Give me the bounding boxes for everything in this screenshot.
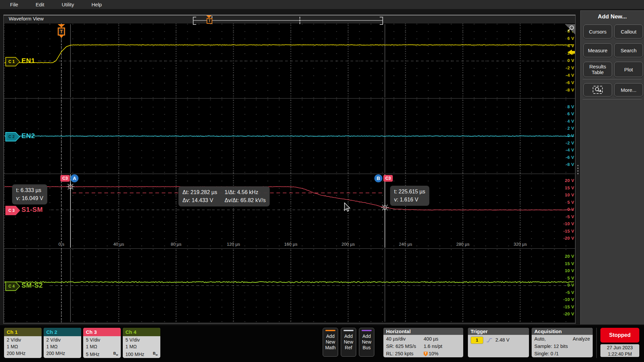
button-label: Callout — [621, 29, 637, 35]
sample-rate: SR: 625 MS/s — [386, 343, 424, 350]
channel-2-card-title: Ch 2 — [44, 328, 81, 336]
trigger-level: 2.48 V — [495, 337, 509, 343]
sidebar-divider — [583, 79, 642, 79]
status-bar: Ch 1 2 V/div 1 MΩ 200 MHz Ch 2 2 V/div 1… — [0, 325, 644, 362]
add-cursors-button[interactable]: Cursors — [583, 24, 612, 39]
button-label: Search — [621, 48, 637, 53]
overview-trigger-icon-label: T — [207, 18, 212, 24]
impedance: 1 MΩ — [7, 343, 39, 350]
channel-4-card[interactable]: Ch 4 5 V/div 1 MΩ 100 MHz Bw — [123, 328, 160, 358]
menu-help[interactable]: Help — [92, 2, 102, 7]
channel-3-card[interactable]: Ch 3 5 V/div 1 MΩ 5 MHz Bw — [83, 328, 121, 358]
add-new-math-button[interactable]: AddNewMath — [323, 328, 338, 357]
channel-2-card[interactable]: Ch 2 2 V/div 1 MΩ 200 MHz — [44, 328, 81, 358]
trigger-title: Trigger — [468, 328, 529, 335]
cursor-b-crosshair-icon[interactable] — [382, 209, 383, 210]
add-search-button[interactable]: Search — [614, 43, 643, 57]
overview-cursor-mark — [300, 17, 300, 24]
impedance: 1 MΩ — [46, 343, 78, 350]
add-plot-button[interactable]: Plot — [614, 62, 643, 77]
channel-1-card[interactable]: Ch 1 2 V/div 1 MΩ 200 MHz — [4, 328, 42, 358]
cursor-b-crosshair-icon[interactable] — [382, 205, 383, 206]
bandwidth: 5 MHz — [86, 351, 99, 358]
add-callout-button[interactable]: Callout — [614, 24, 643, 39]
cursor-a-crosshair-icon[interactable] — [68, 188, 69, 189]
add-new-sidebar: Add New... Cursors Callout Measure Searc… — [580, 10, 644, 324]
bandwidth: 200 MHz — [7, 350, 25, 357]
acq-sample-bits: Sample: 12 bits — [534, 343, 590, 350]
acq-single-count: Single: 0 /1 — [534, 350, 590, 357]
bandwidth: 100 MHz — [125, 351, 144, 358]
horizontal-card[interactable]: Horizontal 40 µs/div400 µs SR: 625 MS/s1… — [383, 328, 463, 357]
trigger-source-badge: 1 — [471, 337, 483, 344]
acquisition-title: Acquisition — [532, 328, 593, 335]
zoom-select-icon — [593, 86, 603, 94]
bus-accent — [362, 330, 372, 331]
menu-file[interactable]: File — [10, 2, 18, 7]
menu-utility[interactable]: Utility — [62, 2, 74, 7]
rising-edge-icon — [486, 338, 493, 343]
button-label: Results Table — [584, 64, 612, 75]
sidebar-title: Add New... — [581, 13, 644, 20]
panel-splitter-handle[interactable] — [577, 170, 579, 172]
add-new-ref-button[interactable]: AddNewRef — [341, 328, 356, 357]
scale: 2 V/div — [7, 337, 39, 343]
panel-splitter-handle[interactable] — [577, 173, 579, 174]
trigger-card[interactable]: Trigger 1 2.48 V — [468, 328, 529, 357]
overview-trigger-icon[interactable] — [206, 15, 212, 18]
cursor-b-crosshair-icon[interactable] — [387, 205, 388, 206]
add-new-bus-button[interactable]: AddNewBus — [359, 328, 374, 357]
time-per-div: 40 µs/div — [386, 335, 424, 343]
sample-period: 1.6 ns/pt — [424, 343, 461, 350]
window-span: 400 µs — [424, 335, 461, 343]
panel-title: Waveform View — [9, 16, 44, 21]
menu-bar: File Edit Utility Help — [0, 0, 644, 9]
ref-accent — [343, 330, 354, 331]
button-label: Measure — [588, 48, 607, 53]
button-label: More... — [621, 87, 637, 93]
date: 27 Jun 2023 — [600, 345, 639, 351]
cursor-a-crosshair-icon[interactable] — [72, 188, 73, 189]
button-label: Cursors — [589, 29, 607, 35]
acq-mode: Auto, — [534, 335, 546, 343]
cursor-b-crosshair-icon[interactable] — [383, 206, 387, 209]
cursor-a-crosshair-icon[interactable] — [72, 184, 73, 185]
mouse-pointer — [344, 202, 352, 213]
impedance: 1 MΩ — [125, 343, 158, 350]
menu-edit[interactable]: Edit — [36, 2, 44, 7]
panel-splitter-handle[interactable] — [577, 165, 579, 166]
channel-4-card-title: Ch 4 — [123, 328, 160, 336]
record-length: RL: 250 kpts — [386, 350, 424, 357]
oscilloscope-app: File Edit Utility Help Waveform View T T… — [0, 0, 644, 362]
overview-record-line — [194, 20, 382, 21]
math-accent — [325, 330, 335, 331]
add-measure-button[interactable]: Measure — [583, 43, 612, 57]
run-stop-button[interactable]: Stopped — [600, 328, 639, 343]
channel-1-card-title: Ch 1 — [4, 328, 42, 336]
bandwidth-limit-icon: Bw — [153, 350, 158, 358]
cursor-crosshair-layer[interactable] — [4, 23, 575, 322]
scale: 5 V/div — [86, 337, 118, 343]
horizontal-title: Horizontal — [383, 328, 463, 335]
more-button[interactable]: More... — [614, 83, 643, 97]
channel-3-card-title: Ch 3 — [83, 328, 121, 336]
acquisition-card[interactable]: Acquisition Auto, Analyze Sample: 12 bit… — [532, 328, 593, 357]
scale: 2 V/div — [46, 337, 78, 343]
bandwidth: 200 MHz — [46, 350, 65, 357]
trigger-position-percent: 10% — [429, 351, 438, 356]
cursor-a-crosshair-icon[interactable] — [69, 185, 72, 189]
panel-splitter-handle[interactable] — [577, 168, 579, 169]
scale: 5 V/div — [125, 337, 158, 343]
status-divider — [596, 328, 597, 358]
acq-analyze: Analyze — [573, 335, 590, 343]
trigger-position-icon: T — [424, 352, 428, 356]
datetime-display: 27 Jun 2023 1:22:40 PM — [600, 344, 639, 357]
bandwidth-limit-icon: Bw — [113, 350, 118, 358]
impedance: 1 MΩ — [86, 343, 118, 350]
zoom-select-button[interactable] — [583, 83, 612, 97]
cursor-a-crosshair-icon[interactable] — [68, 184, 69, 185]
button-label: Plot — [624, 67, 633, 72]
sidebar-divider — [583, 99, 642, 100]
cursor-b-crosshair-icon[interactable] — [387, 209, 388, 210]
add-results-table-button[interactable]: Results Table — [583, 62, 612, 77]
